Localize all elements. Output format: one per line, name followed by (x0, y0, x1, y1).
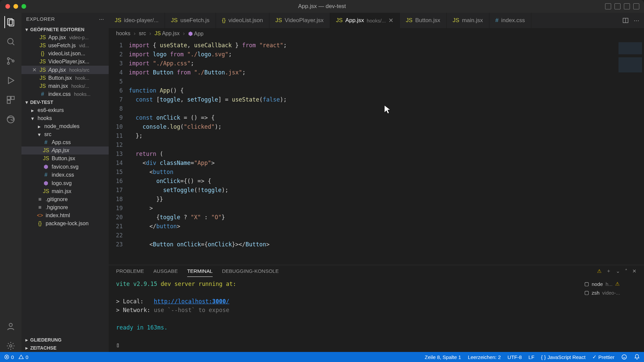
file-item[interactable]: {}package-lock.json (21, 220, 109, 228)
code-editor[interactable]: 1234567891011121314151617181920212223 im… (109, 39, 644, 265)
extensions-activity-icon[interactable] (5, 94, 17, 106)
status-errors[interactable]: 0 (4, 354, 14, 360)
scm-activity-icon[interactable] (5, 55, 17, 67)
file-item[interactable]: JSmain.jsx (21, 187, 109, 195)
status-eol[interactable]: LF (529, 354, 535, 360)
debug-activity-icon[interactable] (5, 74, 17, 86)
editor-tab[interactable]: #index.css (489, 13, 531, 28)
open-editors-section[interactable]: ▾ GEÖFFNETE EDITOREN (21, 25, 109, 34)
folder-item[interactable]: ▸node_modules (21, 122, 109, 130)
chevron-right-icon: ▸ (30, 108, 35, 113)
file-name: Button.jsx (48, 75, 72, 81)
close-icon[interactable]: ✕ (32, 67, 37, 73)
terminal-output[interactable]: vite v2.9.15 dev server running at: > Lo… (109, 277, 580, 352)
more-actions-icon[interactable]: ⋯ (634, 17, 639, 24)
jsx-file-icon: JS (453, 17, 460, 24)
close-panel-icon[interactable]: ✕ (632, 268, 637, 274)
project-section[interactable]: ▾ DEV-TEST (21, 98, 109, 106)
editor-tab[interactable]: JSideo-player/... (109, 13, 165, 28)
status-warnings[interactable]: 0 (18, 354, 28, 360)
file-name: main.jsx (48, 83, 68, 89)
svg-point-6 (12, 60, 14, 62)
file-item[interactable]: JSButton.jsx (21, 155, 109, 163)
code-content[interactable]: import { useState, useCallback } from "r… (129, 39, 614, 265)
maximize-window-button[interactable] (21, 4, 26, 9)
chevron-right-icon: ▸ (24, 338, 29, 342)
open-editor-item[interactable]: #index.csshooks... (21, 90, 109, 98)
close-window-button[interactable] (5, 4, 10, 9)
file-item[interactable]: ≡.gitignore (21, 195, 109, 203)
file-item[interactable]: <>index.html (21, 212, 109, 220)
status-bell-icon[interactable] (634, 354, 640, 360)
maximize-panel-icon[interactable]: ˄ (625, 268, 628, 274)
file-dir: vid... (79, 43, 89, 48)
tab-label: videoList.json (228, 17, 263, 24)
edge-activity-icon[interactable] (5, 113, 17, 125)
folder-item[interactable]: ▾hooks (21, 114, 109, 122)
terminal-tab[interactable]: TERMINAL (187, 265, 213, 277)
file-item[interactable]: JSApp.jsx (21, 146, 109, 155)
file-item[interactable]: #index.css (21, 171, 109, 179)
breadcrumb-item[interactable]: src (139, 31, 146, 37)
terminal-session[interactable]: ▢nodeh...⚠ (584, 280, 641, 288)
account-activity-icon[interactable] (5, 320, 17, 333)
split-editor-icon[interactable] (622, 17, 629, 24)
editor-tab[interactable]: JSApp.jsxhooks/...✕ (330, 13, 400, 28)
open-editor-item[interactable]: {}videoList.json... (21, 50, 109, 58)
explorer-activity-icon[interactable] (4, 16, 16, 28)
toggle-primary-sidebar-icon[interactable] (605, 3, 611, 9)
open-editor-item[interactable]: JSuseFetch.jsvid... (21, 42, 109, 50)
status-feedback-icon[interactable] (621, 354, 627, 360)
editor-tab[interactable]: {}videoList.json (216, 13, 269, 28)
editor-tab[interactable]: JSuseFetch.js (165, 13, 216, 28)
breadcrumb-item[interactable]: ⬢ App (188, 31, 204, 37)
folder-item[interactable]: ▸es6-exkurs (21, 106, 109, 114)
editor-tab[interactable]: JSmain.jsx (447, 13, 489, 28)
file-item[interactable]: #App.css (21, 138, 109, 146)
breadcrumb-item[interactable]: JS App.jsx (155, 31, 180, 37)
toggle-panel-icon[interactable] (614, 3, 621, 9)
customize-layout-icon[interactable] (633, 3, 639, 9)
editor-tab[interactable]: JSVideoPlayer.jsx (269, 13, 330, 28)
svg-point-13 (10, 345, 12, 347)
status-cursor-position[interactable]: Zeile 8, Spalte 1 (425, 354, 461, 360)
html-file-icon: <> (37, 213, 43, 219)
breadcrumb-item[interactable]: hooks (116, 31, 130, 37)
outline-section[interactable]: ▸ GLIEDERUNG (21, 336, 109, 344)
new-terminal-icon[interactable]: ＋ (606, 268, 611, 274)
problems-tab[interactable]: PROBLEME (116, 265, 144, 277)
file-item[interactable]: ⬢logo.svg (21, 179, 109, 187)
open-editor-item[interactable]: JSmain.jsxhooks/... (21, 82, 109, 90)
timeline-section[interactable]: ▸ ZEITACHSE (21, 344, 109, 352)
open-editor-item[interactable]: JSApp.jsxvideo-p... (21, 34, 109, 42)
open-editor-item[interactable]: JSButton.jsxhook... (21, 74, 109, 82)
open-editor-item[interactable]: ✕JSApp.jsxhooks/src (21, 66, 109, 74)
toggle-secondary-sidebar-icon[interactable] (624, 3, 630, 9)
file-name: logo.svg (52, 180, 72, 186)
close-icon[interactable]: ✕ (388, 17, 393, 24)
terminal-dropdown-icon[interactable]: ⌄ (616, 268, 620, 274)
css-file-icon: # (43, 139, 49, 145)
status-language[interactable]: { }JavaScript React (541, 354, 586, 360)
status-indent[interactable]: Leerzeichen: 2 (468, 354, 501, 360)
editor-tab[interactable]: JSButton.jsx (400, 13, 447, 28)
debug-console-tab[interactable]: DEBUGGING-KONSOLE (222, 265, 279, 277)
terminal-session[interactable]: ▢zshvideo-... (584, 288, 641, 297)
minimize-window-button[interactable] (13, 4, 18, 9)
search-activity-icon[interactable] (5, 36, 17, 48)
settings-activity-icon[interactable] (5, 340, 17, 352)
file-item[interactable]: ⬢favicon.svg (21, 163, 109, 171)
minimap[interactable] (614, 39, 644, 265)
terminal-warning-icon[interactable]: ⚠ (597, 268, 601, 274)
terminal-sessions: ▢nodeh...⚠▢zshvideo-... (580, 277, 644, 352)
open-editor-item[interactable]: JSVideoPlayer.jsx... (21, 58, 109, 66)
txt-file-icon: ≡ (37, 196, 43, 202)
folder-item[interactable]: ▾src (21, 130, 109, 138)
output-tab[interactable]: AUSGABE (153, 265, 178, 277)
breadcrumbs[interactable]: hooks›src›JS App.jsx›⬢ App (109, 28, 644, 39)
status-encoding[interactable]: UTF-8 (507, 354, 522, 360)
jsx-file-icon: JS (40, 67, 46, 73)
explorer-more-icon[interactable]: ⋯ (99, 16, 104, 22)
file-item[interactable]: ≡.hgignore (21, 203, 109, 212)
status-prettier[interactable]: ✓Prettier (592, 354, 614, 360)
